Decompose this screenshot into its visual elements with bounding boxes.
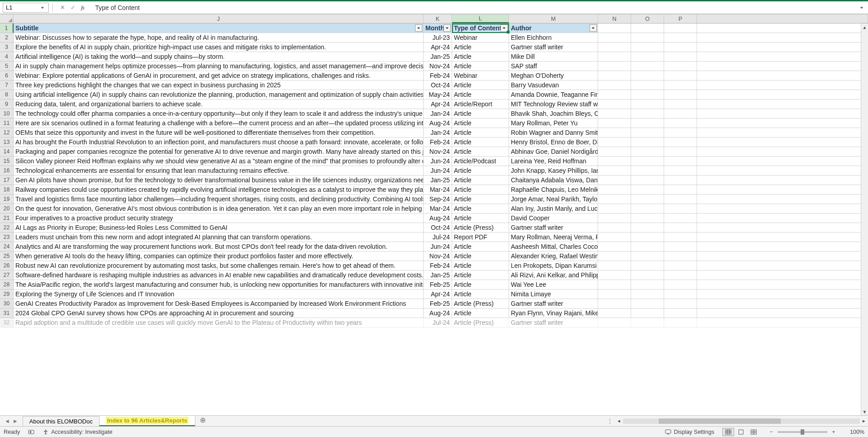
cell-blank[interactable] <box>631 280 664 290</box>
cell-blank[interactable] <box>664 90 697 100</box>
cell-subtitle[interactable]: Artificial intelligence (AI) is taking t… <box>14 52 424 62</box>
cell-type[interactable]: Article <box>452 271 509 280</box>
cell-blank[interactable] <box>697 138 868 147</box>
cell-subtitle[interactable]: Rapid adoption and a multitude of credib… <box>14 318 424 328</box>
cell-author[interactable]: Mary Rollman, Neeraj Verma, Peter Yu <box>509 233 598 242</box>
cell-type[interactable]: Article <box>452 252 509 261</box>
cell-type[interactable]: Article <box>452 176 509 185</box>
vertical-scrollbar[interactable]: ▲ ▼ <box>861 24 868 415</box>
cell-month[interactable]: Feb-24 <box>424 71 452 81</box>
cell-subtitle[interactable]: Software-defined hardware is reshaping m… <box>14 271 424 280</box>
name-box-dropdown[interactable] <box>39 3 46 12</box>
cell-month[interactable]: May-24 <box>424 90 452 100</box>
cell-blank[interactable] <box>664 299 697 309</box>
cell-type[interactable]: Article <box>452 119 509 128</box>
cell-type[interactable]: Article (Press) <box>452 299 509 309</box>
cell-author[interactable]: Raphaëlle Chapuis, Leo Melnikov, and Nic… <box>509 185 598 195</box>
cell-blank[interactable] <box>598 280 631 290</box>
cell-month[interactable]: Jan-24 <box>424 128 452 138</box>
cell-subtitle[interactable]: Explore the benefits of AI in supply cha… <box>14 43 424 52</box>
cell-blank[interactable] <box>598 81 631 90</box>
zoom-in-button[interactable]: + <box>830 428 837 436</box>
cell-blank[interactable] <box>598 100 631 109</box>
cell-blank[interactable] <box>697 280 868 290</box>
cell-author[interactable]: SAP staff <box>509 62 598 71</box>
cell-blank[interactable] <box>598 214 631 223</box>
cell-blank[interactable] <box>697 271 868 280</box>
cell-month[interactable]: Jul-24 <box>424 233 452 242</box>
cell-month[interactable]: Jul-24 <box>424 318 452 328</box>
cell-blank[interactable] <box>631 128 664 138</box>
cell-blank[interactable] <box>664 62 697 71</box>
cell-blank[interactable] <box>598 62 631 71</box>
cell-blank[interactable] <box>697 119 868 128</box>
col-header-J[interactable]: J <box>14 14 424 23</box>
cell-blank[interactable] <box>631 299 664 309</box>
cell-blank[interactable] <box>664 214 697 223</box>
cell-blank[interactable] <box>631 147 664 157</box>
cell-author[interactable]: Barry Vasudevan <box>509 81 598 90</box>
row-header[interactable]: 8 <box>0 90 14 100</box>
cell-blank[interactable] <box>697 100 868 109</box>
cell-subtitle[interactable]: Exploring the Synergy of Life Sciences a… <box>14 290 424 299</box>
row-header[interactable]: 2 <box>0 33 14 43</box>
cell-month[interactable]: Jan-25 <box>424 176 452 185</box>
cell-blank[interactable] <box>598 52 631 62</box>
cell-subtitle[interactable]: AI has brought the Fourth Industrial Rev… <box>14 138 424 147</box>
cell-blank[interactable] <box>598 309 631 318</box>
row-header[interactable]: 10 <box>0 109 14 119</box>
cell-blank[interactable] <box>697 90 868 100</box>
cell-blank[interactable] <box>664 204 697 214</box>
scroll-down-icon[interactable]: ▼ <box>863 408 867 415</box>
cell-type[interactable]: Article/Podcast <box>452 157 509 166</box>
cell-blank[interactable] <box>598 223 631 233</box>
cell-blank[interactable] <box>664 271 697 280</box>
header-type[interactable]: Type of Content <box>452 24 509 33</box>
zoom-thumb[interactable] <box>801 429 804 435</box>
cell-subtitle[interactable]: Three key predictions highlight the chan… <box>14 81 424 90</box>
col-header-N[interactable]: N <box>598 14 631 23</box>
cell-blank[interactable] <box>631 252 664 261</box>
cell-subtitle[interactable]: Analytics and AI are transforming the wa… <box>14 242 424 252</box>
cell-blank[interactable] <box>631 214 664 223</box>
cell-author[interactable]: Alan Iny, Justin Manly, and Luc de Braba… <box>509 204 598 214</box>
cell-author[interactable]: Ryan Flynn, Vinay Rajani, Mike Deng, Ayu… <box>509 309 598 318</box>
cell-blank[interactable] <box>598 157 631 166</box>
cell-subtitle[interactable]: The Asia/Pacific region, the world's lar… <box>14 280 424 290</box>
formula-input[interactable] <box>91 3 854 13</box>
cell-author[interactable]: Gartner staff writer <box>509 318 598 328</box>
header-subtitle[interactable]: Subtitle <box>14 24 424 33</box>
row-header[interactable]: 26 <box>0 261 14 271</box>
cell-blank[interactable] <box>664 261 697 271</box>
cell-blank[interactable] <box>631 100 664 109</box>
scroll-up-icon[interactable]: ▲ <box>863 24 867 31</box>
row-header[interactable]: 3 <box>0 43 14 52</box>
hscroll-thumb[interactable] <box>659 418 781 424</box>
cell-blank[interactable] <box>631 138 664 147</box>
cell-blank[interactable] <box>598 109 631 119</box>
cell-blank[interactable] <box>664 252 697 261</box>
cell-blank[interactable] <box>697 33 868 43</box>
cell-author[interactable]: Len Prokopets, Dipan Karumsi <box>509 261 598 271</box>
cell-blank[interactable] <box>598 318 631 328</box>
cell-author[interactable]: Amanda Downie, Teaganne Finn <box>509 90 598 100</box>
name-box[interactable]: L1 <box>3 3 49 13</box>
cell-subtitle[interactable]: Webinar: Explore potential applications … <box>14 71 424 81</box>
cell-type[interactable]: Article <box>452 195 509 204</box>
cell-month[interactable]: Aug-24 <box>424 309 452 318</box>
cell-author[interactable]: Gartner staff writer <box>509 223 598 233</box>
cell-blank[interactable] <box>598 176 631 185</box>
cell-blank[interactable] <box>631 81 664 90</box>
cell-blank[interactable] <box>697 290 868 299</box>
row-header[interactable]: 24 <box>0 242 14 252</box>
cell-month[interactable]: Aug-24 <box>424 119 452 128</box>
cell-subtitle[interactable]: Silicon Valley pioneer Reid Hoffman expl… <box>14 157 424 166</box>
col-header-P[interactable]: P <box>664 14 697 23</box>
cell-month[interactable]: Mar-24 <box>424 185 452 195</box>
cell-blank[interactable] <box>631 271 664 280</box>
cell-blank[interactable] <box>697 52 868 62</box>
cell-type[interactable]: Article <box>452 290 509 299</box>
cell-subtitle[interactable]: 2024 Global CPO GenAI survey shows how C… <box>14 309 424 318</box>
cell-blank[interactable] <box>631 109 664 119</box>
cell-blank[interactable] <box>697 195 868 204</box>
